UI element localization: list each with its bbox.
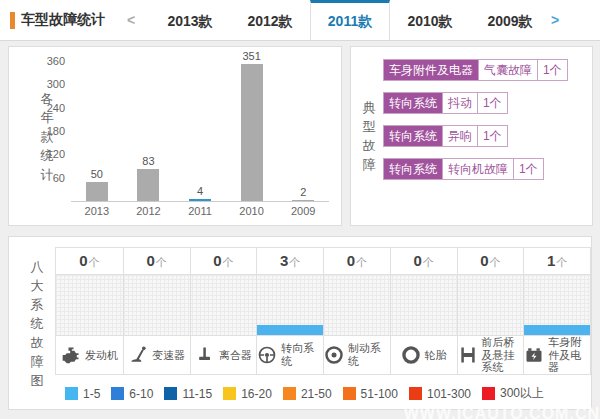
tab-2009款[interactable]: 2009款 [470, 0, 550, 40]
engine-icon [61, 345, 81, 365]
legend-range-label: 300以上 [500, 385, 544, 402]
legend-item: 11-15 [164, 387, 212, 401]
page: 车型故障统计 < 2013款2012款2011款2010款2009款 > 各年款… [0, 0, 600, 419]
system-fault-count: 0个 [123, 248, 190, 274]
system-fault-count: 0个 [323, 248, 390, 274]
gearshift-icon [128, 345, 148, 365]
typical-fault-tag[interactable]: 转向系统抖动1个 [383, 92, 508, 114]
typical-fault-tag[interactable]: 转向系统异响1个 [383, 125, 508, 147]
legend-item: 1-5 [65, 387, 100, 401]
fault-name-label: 转向机故障 [442, 159, 513, 179]
legend-range-label: 1-5 [83, 387, 100, 401]
system-cell: 离合器 [190, 336, 257, 374]
chart-column: 3512010 [226, 55, 278, 201]
system-icons-row: 发动机变速器离合器转向系统制动系统轮胎前后桥及悬挂系统车身附件及电器 [56, 335, 590, 374]
clutch-icon [195, 345, 215, 365]
vertical-label-char: 统 [29, 314, 45, 333]
systems-panel: 八大系统故障图 0个0个0个3个0个0个0个1个 发动机变速器离合器转向系统制动… [8, 236, 592, 410]
legend-item: 6-10 [111, 387, 153, 401]
legend-color-swatch [343, 387, 356, 400]
prev-arrow-icon[interactable]: < [127, 0, 135, 40]
tab-2012款[interactable]: 2012款 [230, 0, 310, 40]
vertical-label-char: 典 [361, 98, 377, 117]
system-fault-bar-cell [190, 275, 257, 335]
chart-bar [241, 64, 263, 201]
system-name-label: 发动机 [85, 349, 118, 362]
system-fault-count: 1个 [523, 248, 590, 274]
system-fault-count: 0个 [390, 248, 457, 274]
system-fault-count: 0个 [56, 248, 123, 274]
system-cell: 转向系统 [256, 336, 323, 374]
system-cell: 变速器 [123, 336, 190, 374]
system-fault-count-number: 0 [480, 252, 488, 269]
vertical-label-char: 障 [361, 155, 377, 174]
x-axis-tick-label: 2011 [174, 205, 226, 217]
system-cell: 车身附件及电器 [523, 336, 590, 374]
title-accent-bar [10, 12, 15, 29]
system-fault-count-unit: 个 [556, 256, 567, 268]
system-counts-row: 0个0个0个3个0个0个0个1个 [56, 248, 590, 275]
system-name-label: 转向系统 [281, 342, 323, 367]
system-fault-bar-cell [523, 275, 590, 335]
header: 车型故障统计 < 2013款2012款2011款2010款2009款 > [0, 0, 600, 41]
fault-system-label: 转向系统 [384, 126, 442, 146]
tab-2013款[interactable]: 2013款 [150, 0, 230, 40]
x-axis-tick-label: 2013 [71, 205, 123, 217]
typical-fault-tag[interactable]: 转向系统转向机故障1个 [383, 158, 544, 180]
typical-fault-tag[interactable]: 车身附件及电器气囊故障1个 [383, 59, 568, 81]
legend-color-swatch [164, 387, 177, 400]
legend-color-swatch [111, 387, 124, 400]
chart-bar [137, 169, 159, 201]
system-fault-bar-cell [457, 275, 524, 335]
fault-system-label: 转向系统 [384, 159, 442, 179]
vertical-label-char: 故 [29, 333, 45, 352]
bar-chart: 6012018024030036050201383201242011351201… [71, 55, 329, 202]
chart-bar [86, 182, 108, 201]
x-axis-tick-label: 2009 [277, 205, 329, 217]
bar-value-label: 351 [226, 50, 278, 62]
vertical-label-char: 障 [29, 352, 45, 371]
battery-icon [524, 345, 544, 365]
system-fault-count-unit: 个 [490, 256, 501, 268]
system-fault-count-unit: 个 [223, 256, 234, 268]
fault-name-label: 异响 [442, 126, 477, 146]
y-axis-tick-label: 180 [35, 125, 65, 137]
legend-range-label: 6-10 [129, 387, 153, 401]
system-fault-bar [524, 325, 590, 335]
tab-2010款[interactable]: 2010款 [390, 0, 470, 40]
system-fault-count-number: 3 [280, 252, 288, 269]
system-cell: 发动机 [56, 336, 123, 374]
typical-faults-label: 典型故障 [361, 98, 377, 174]
fault-name-label: 抖动 [442, 93, 477, 113]
legend-item: 21-50 [283, 387, 332, 401]
y-axis-tick-label: 120 [35, 148, 65, 160]
systems-panel-label: 八大系统故障图 [29, 257, 45, 390]
system-cell: 轮胎 [390, 336, 457, 374]
system-name-label: 前后桥及悬挂系统 [482, 336, 524, 374]
page-title: 车型故障统计 [10, 0, 105, 40]
system-cell: 制动系统 [323, 336, 390, 374]
legend-range-label: 21-50 [301, 387, 332, 401]
vertical-label-char: 图 [29, 371, 45, 390]
system-fault-bar [257, 325, 323, 335]
typical-faults-panel: 典型故障 车身附件及电器气囊故障1个转向系统抖动1个转向系统异响1个转向系统转向… [350, 46, 593, 226]
legend-item: 51-100 [343, 387, 398, 401]
tab-2011款[interactable]: 2011款 [310, 0, 390, 40]
next-arrow-icon[interactable]: > [551, 0, 559, 40]
fault-count-label: 1个 [477, 126, 507, 146]
brake-disc-icon [324, 345, 344, 365]
chart-column: 502013 [71, 55, 123, 201]
page-title-text: 车型故障统计 [21, 11, 105, 29]
chart-bar [292, 200, 314, 201]
system-name-label: 离合器 [219, 349, 252, 362]
yearly-stats-panel: 各年款统计 6012018024030036050201383201242011… [8, 46, 342, 226]
system-fault-count-unit: 个 [423, 256, 434, 268]
system-bars-row [56, 275, 590, 335]
systems-table: 0个0个0个3个0个0个0个1个 发动机变速器离合器转向系统制动系统轮胎前后桥及… [55, 247, 591, 375]
vertical-label-char: 大 [29, 276, 45, 295]
legend-range-label: 51-100 [361, 387, 398, 401]
system-name-label: 制动系统 [348, 342, 390, 367]
typical-fault-list: 车身附件及电器气囊故障1个转向系统抖动1个转向系统异响1个转向系统转向机故障1个 [383, 59, 586, 180]
legend-item: 101-300 [409, 387, 471, 401]
legend-item: 300以上 [482, 385, 544, 402]
